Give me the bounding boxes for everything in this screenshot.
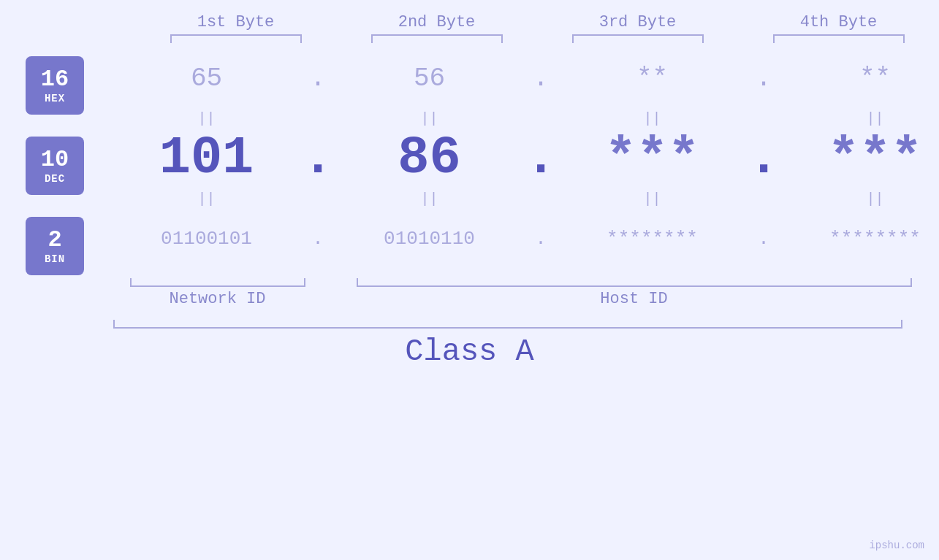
equals-row-1: || || || || (106, 107, 939, 129)
eq1-b4: || (775, 110, 939, 127)
bin-badge: 2 BIN (26, 217, 84, 275)
hex-b4-cell: ** (775, 64, 939, 93)
bin-b3-cell: ******** (552, 228, 753, 250)
bin-badge-number: 2 (47, 227, 61, 253)
class-label: Class A (0, 334, 939, 369)
hex-b1-value: 65 (191, 64, 222, 93)
bracket1 (135, 34, 336, 43)
byte3-header: 3rd Byte (537, 13, 738, 31)
dec-b2-value: 86 (398, 129, 460, 188)
hex-badge-number: 16 (41, 66, 69, 92)
byte1-header: 1st Byte (135, 13, 336, 31)
rows-container: 65 . 56 . ** . ** || || (106, 49, 939, 268)
eq1-b3: || (552, 110, 753, 127)
dec-b4-value: *** (828, 129, 923, 188)
dec-b1-value: 101 (159, 129, 254, 188)
hex-badge: 16 HEX (26, 56, 84, 115)
network-bracket-wrap (106, 278, 329, 287)
bin-b3-value: ******** (607, 228, 698, 250)
large-bracket-line (113, 320, 902, 329)
dec-badge-label: DEC (45, 173, 65, 185)
byte2-header: 2nd Byte (336, 13, 537, 31)
dec-dot3: . (753, 129, 775, 188)
eq2-b1: || (106, 191, 307, 207)
hex-b2-value: 56 (414, 64, 445, 93)
dec-b1-cell: 101 (106, 129, 307, 188)
hex-b4-value: ** (859, 64, 891, 93)
eq1-b1: || (106, 110, 307, 127)
bin-dot1: . (307, 228, 329, 250)
dec-badge: 10 DEC (26, 137, 84, 195)
hex-b1-cell: 65 (106, 64, 307, 93)
hex-dot3: . (753, 64, 775, 93)
badges-column: 16 HEX 10 DEC 2 BIN (26, 56, 106, 275)
hex-b2-cell: 56 (329, 64, 530, 93)
dec-b2-cell: 86 (329, 129, 530, 188)
host-bracket-line (357, 278, 912, 287)
bin-b4-cell: ******** (775, 228, 939, 250)
bin-row: 01100101 . 01010110 . ******** . *******… (106, 210, 939, 268)
hex-b3-cell: ** (552, 64, 753, 93)
bottom-brackets (0, 278, 939, 287)
eq2-b4: || (775, 191, 939, 207)
bracket4 (738, 34, 939, 43)
equals-row-2: || || || || (106, 188, 939, 210)
eq1-b2: || (329, 110, 530, 127)
host-bracket-wrap (329, 278, 939, 287)
host-id-label: Host ID (329, 290, 939, 308)
watermark: ipshu.com (869, 540, 924, 551)
hex-dot2: . (530, 64, 552, 93)
hex-b3-value: ** (636, 64, 668, 93)
bin-b2-cell: 01010110 (329, 228, 530, 250)
top-brackets (0, 34, 939, 43)
network-id-label: Network ID (106, 290, 329, 308)
dec-row: 101 . 86 . *** . *** (106, 129, 939, 188)
bracket2 (336, 34, 537, 43)
id-labels-row: Network ID Host ID (0, 290, 939, 308)
bin-badge-label: BIN (45, 253, 65, 265)
dec-b3-value: *** (605, 129, 700, 188)
main-container: 1st Byte 2nd Byte 3rd Byte 4th Byte 16 H… (0, 0, 939, 560)
hex-dot1: . (307, 64, 329, 93)
dec-dot2: . (530, 129, 552, 188)
hex-row: 65 . 56 . ** . ** (106, 49, 939, 107)
eq2-b2: || (329, 191, 530, 207)
bin-b4-value: ******** (829, 228, 921, 250)
byte4-header: 4th Byte (738, 13, 939, 31)
byte-headers: 1st Byte 2nd Byte 3rd Byte 4th Byte (0, 13, 939, 31)
bin-b1-value: 01100101 (161, 228, 252, 250)
dec-b3-cell: *** (552, 129, 753, 188)
dec-badge-number: 10 (41, 147, 69, 172)
hex-badge-label: HEX (45, 93, 65, 104)
bracket3 (537, 34, 738, 43)
bin-b1-cell: 01100101 (106, 228, 307, 250)
bin-b2-value: 01010110 (384, 228, 475, 250)
network-bracket-line (130, 278, 305, 287)
dec-dot1: . (307, 129, 329, 188)
eq2-b3: || (552, 191, 753, 207)
bin-dot2: . (530, 228, 552, 250)
large-bracket-wrap (0, 320, 939, 329)
bin-dot3: . (753, 228, 775, 250)
dec-b4-cell: *** (775, 129, 939, 188)
